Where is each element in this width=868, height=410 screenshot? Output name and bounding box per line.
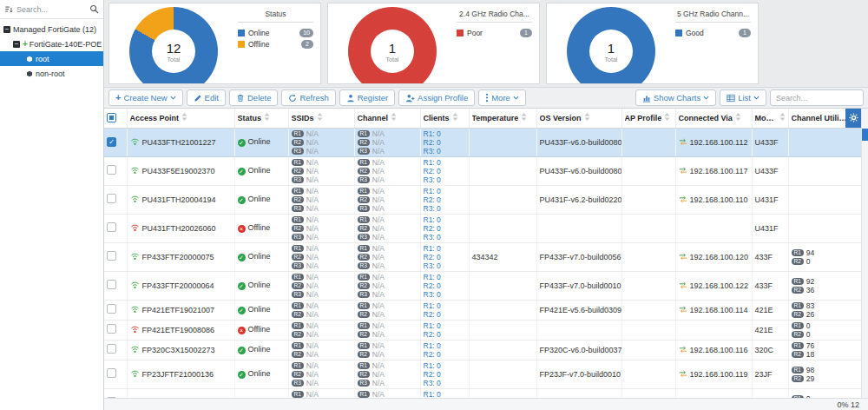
row-checkbox[interactable] <box>107 251 116 261</box>
channel-value: N/A <box>372 261 385 270</box>
clients-link[interactable]: R2: 0 <box>424 370 441 379</box>
clients-link[interactable]: R3: 0 <box>424 175 441 184</box>
clients-link[interactable]: R3: 0 <box>424 261 441 270</box>
clients-link[interactable]: R2: 0 <box>424 253 441 261</box>
clients-link[interactable]: R1: 0 <box>424 129 441 138</box>
clients-link[interactable]: R1: 0 <box>424 273 441 281</box>
search-icon[interactable] <box>89 4 99 14</box>
column-header-temperature[interactable]: Temperature <box>469 109 536 128</box>
table-row[interactable]: FP320C3X15002273✓OnlineR1N/AR2N/AR1N/AR2… <box>104 340 861 360</box>
sidebar-item-managed-fortigate-12[interactable]: −Managed FortiGate (12) <box>0 22 103 36</box>
clients-link[interactable]: R3: 0 <box>424 147 441 155</box>
clients-link[interactable]: R2: 0 <box>424 281 441 290</box>
refresh-button[interactable]: Refresh <box>281 89 335 106</box>
column-header-connected-via[interactable]: Connected Via <box>675 109 752 128</box>
clients-link[interactable]: R2: 0 <box>424 167 441 175</box>
radio-badge: R2 <box>358 168 370 175</box>
clients-link[interactable]: R1: 0 <box>424 301 441 310</box>
delete-button[interactable]: Delete <box>229 89 278 106</box>
clients-link[interactable]: R2: 0 <box>424 195 441 204</box>
column-settings-button[interactable] <box>845 109 861 128</box>
row-checkbox[interactable] <box>107 397 116 398</box>
connected-via-icon <box>679 346 687 354</box>
more-button[interactable]: More <box>478 89 526 106</box>
column-header-access-point[interactable]: Access Point <box>127 109 234 128</box>
table-row[interactable]: PU431FTH20026060×OfflineR1N/AR2N/AR3N/AR… <box>104 214 861 242</box>
os-version-cell: FP231E-v7.0-build0078 <box>536 388 621 398</box>
clients-link[interactable]: R3: 0 <box>424 290 441 299</box>
table-row[interactable]: FP231ETF20012739✓OnlineR1N/AR2N/AR3N/AR1… <box>104 388 861 398</box>
column-header-model[interactable]: Model <box>752 109 788 128</box>
table-row[interactable]: FP421ETF19008086×OfflineR1N/AR2N/AR1N/AR… <box>104 320 861 340</box>
edit-button[interactable]: Edit <box>187 89 226 106</box>
clients-link[interactable]: R1: 0 <box>424 361 441 370</box>
connected-via-address: 192.168.100.122 <box>690 281 749 290</box>
table-row[interactable]: FP421ETF19021007✓OnlineR1N/AR2N/AR1N/AR2… <box>104 300 861 320</box>
create-new-button[interactable]: +Create New <box>108 89 183 106</box>
column-header-ssids[interactable]: SSIDs <box>288 109 354 128</box>
sidebar-item-root[interactable]: root <box>0 51 103 66</box>
select-all-header[interactable] <box>104 109 127 128</box>
clients-link[interactable]: R1: 0 <box>424 341 441 350</box>
sidebar-item-fortigate-140e-poe-12[interactable]: −+FortiGate-140E-POE (12) <box>0 36 103 51</box>
clients-link[interactable]: R1: 0 <box>424 215 441 224</box>
legend-item-offline[interactable]: Offline2 <box>238 38 313 50</box>
radio-badge: R2 <box>292 196 304 203</box>
ap-profile-cell <box>621 300 675 320</box>
row-checkbox[interactable] <box>107 344 116 354</box>
row-checkbox[interactable] <box>107 280 116 289</box>
row-checkbox[interactable] <box>107 304 116 314</box>
collapse-icon[interactable]: − <box>3 26 10 33</box>
legend-item-online[interactable]: Online10 <box>238 27 313 38</box>
register-button[interactable]: Register <box>339 89 395 106</box>
legend-item-good[interactable]: Good1 <box>675 27 751 38</box>
table-row[interactable]: PU431FTH20004194✓OnlineR1N/AR2N/AR3N/AR1… <box>104 185 861 214</box>
radio-badge: R2 <box>358 196 370 203</box>
clients-link[interactable]: R1: 0 <box>424 390 441 399</box>
status-label: Online <box>248 305 271 314</box>
column-header-status[interactable]: Status <box>234 109 288 128</box>
show-charts-button[interactable]: Show Charts <box>635 89 716 106</box>
assign-profile-button[interactable]: Assign Profile <box>398 89 475 106</box>
table-scrollbar[interactable] <box>861 109 868 398</box>
row-checkbox[interactable] <box>107 222 116 232</box>
clients-link[interactable]: R2: 0 <box>424 138 441 147</box>
legend-item-poor[interactable]: Poor1 <box>457 27 532 38</box>
clients-link[interactable]: R2: 0 <box>424 224 441 233</box>
table-row[interactable]: FP23JFTF21000136✓OnlineR1N/AR2N/AR3N/AR1… <box>104 360 861 388</box>
clients-link[interactable]: R3: 0 <box>424 204 441 213</box>
sidebar-item-non-root[interactable]: non-root <box>0 66 103 81</box>
table-row[interactable]: PU433F5E19002370✓OnlineR1N/AR2N/AR3N/AR1… <box>104 156 861 185</box>
row-checkbox[interactable] <box>107 368 116 378</box>
table-row[interactable]: FP433FTF20000075✓OnlineR1N/AR2N/AR3N/AR1… <box>104 242 861 271</box>
model-cell: 433F <box>752 242 788 271</box>
clients-link[interactable]: R3: 0 <box>424 233 441 241</box>
column-header-clients[interactable]: Clients <box>420 109 469 128</box>
clients-link[interactable]: R1: 0 <box>424 244 441 253</box>
access-point-name: FP421ETF19008086 <box>142 326 215 334</box>
row-checkbox[interactable] <box>107 165 116 175</box>
sort-icon[interactable] <box>4 5 13 14</box>
table-scrollbar-thumb[interactable] <box>862 129 868 141</box>
clients-link[interactable]: R2: 0 <box>424 310 441 319</box>
list-button[interactable]: List <box>720 89 766 106</box>
column-header-os-version[interactable]: OS Version <box>536 109 621 128</box>
clients-link[interactable]: R2: 0 <box>424 330 441 339</box>
clients-link[interactable]: R1: 0 <box>424 158 441 167</box>
column-header-channel[interactable]: Channel <box>354 109 420 128</box>
clients-link[interactable]: R1: 0 <box>424 321 441 330</box>
row-checkbox[interactable]: ✓ <box>107 137 116 147</box>
row-checkbox[interactable] <box>107 324 116 334</box>
table-row[interactable]: FP433FTF20000064✓OnlineR1N/AR2N/AR3N/AR1… <box>104 271 861 300</box>
collapse-icon[interactable]: − <box>13 41 20 48</box>
select-all-checkbox[interactable] <box>107 113 116 122</box>
clients-cell: R1: 0R2: 0R3: 0 <box>420 128 469 156</box>
clients-link[interactable]: R3: 0 <box>424 379 441 387</box>
clients-link[interactable]: R1: 0 <box>424 187 441 195</box>
clients-link[interactable]: R2: 0 <box>424 350 441 359</box>
column-header-ap-profile[interactable]: AP Profile <box>621 109 675 128</box>
table-row[interactable]: ✓PU433FTH21001227✓OnlineR1N/AR2N/AR3N/AR… <box>104 128 861 156</box>
row-checkbox[interactable] <box>107 194 116 203</box>
table-search-input[interactable] <box>770 89 864 106</box>
sidebar-search-input[interactable] <box>16 5 86 14</box>
